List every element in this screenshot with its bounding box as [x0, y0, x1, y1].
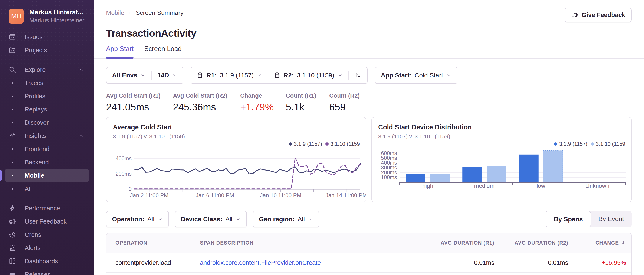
sidebar-item-dashboards[interactable]: Dashboards — [5, 254, 89, 268]
release-r2-value: 3.1.10 (1159) — [297, 72, 334, 79]
x-category-label: low — [536, 183, 545, 189]
filter-value: All — [225, 215, 232, 223]
sidebar: MH Markus Hinterst… Markus Hintersteiner… — [0, 0, 94, 275]
y-tick-label: 200ms — [116, 171, 132, 177]
sidebar-item-label: Performance — [25, 205, 60, 212]
daterange-filter[interactable]: 14D — [152, 72, 183, 79]
column-header-change[interactable]: CHANGE — [573, 240, 631, 246]
line-chart-plot[interactable] — [134, 153, 360, 189]
metric-label: Count (R2) — [329, 92, 360, 99]
sidebar-item-ai[interactable]: AI — [5, 182, 89, 195]
avg-cold-start-card: Average Cold Start 3.1.9 (1157) v. 3.1.1… — [106, 117, 366, 202]
breadcrumb: Mobile Screen Summary — [106, 9, 183, 17]
search-icon — [8, 66, 16, 74]
operation-filter[interactable]: Operation:All — [106, 211, 169, 227]
spans-event-toggle: By Spans By Event — [546, 211, 632, 227]
bar-chart-plot[interactable] — [400, 149, 626, 182]
sidebar-item-backend[interactable]: Backend — [5, 156, 89, 169]
org-user-switcher[interactable]: MH Markus Hinterst… Markus Hintersteiner — [0, 0, 94, 24]
sidebar-item-label: Backend — [25, 159, 49, 166]
y-tick-label: 0 — [129, 186, 132, 192]
give-feedback-button[interactable]: Give Feedback — [564, 8, 632, 22]
chevron-right-icon — [127, 10, 133, 16]
sidebar-item-mobile[interactable]: Mobile — [5, 169, 89, 182]
sidebar-item-issues[interactable]: Issues — [5, 30, 89, 44]
app-start-type-filter-pill: App Start: Cold Start — [375, 67, 458, 84]
span-description-link[interactable]: androidx.core.content.FileProvider.onCre… — [200, 259, 321, 266]
legend-item-3-1-9-1157[interactable]: 3.1.9 (1157) — [554, 141, 587, 147]
swap-arrows-icon — [354, 72, 362, 79]
chart-subtitle: 3.1.9 (1157) v. 3.1.10...(1159) — [378, 133, 625, 140]
user-name: Markus Hinterst… — [30, 9, 84, 16]
filter-label: Device Class: — [181, 215, 222, 223]
bullet-icon — [8, 145, 16, 153]
bullet-icon — [8, 172, 16, 179]
sidebar-item-replays[interactable]: Replays — [5, 103, 89, 116]
metric-label: Avg Cold Start (R2) — [173, 92, 240, 99]
chevron-down-icon — [256, 73, 262, 78]
legend-label: 3.1.9 (1157) — [559, 141, 587, 147]
bullet-icon — [8, 79, 16, 87]
legend-dot-icon — [326, 142, 328, 146]
toggle-by-spans[interactable]: By Spans — [546, 211, 591, 227]
device-class-filter-trigger[interactable]: Device Class:All — [175, 215, 246, 223]
device-class-filter[interactable]: Device Class:All — [175, 211, 247, 227]
change-cell: +16.95% — [573, 259, 631, 266]
breadcrumb-mobile[interactable]: Mobile — [106, 9, 124, 17]
sidebar-item-user-feedback[interactable]: User Feedback — [5, 215, 89, 228]
toggle-by-event[interactable]: By Event — [591, 211, 632, 227]
chart-legend: 3.1.9 (1157)3.1.10 (1159 — [289, 141, 360, 147]
chevron-down-icon — [140, 73, 146, 78]
geo-region-filter[interactable]: Geo region:All — [253, 211, 319, 227]
filter-value: All — [298, 215, 305, 223]
release-r1-selector[interactable]: R1: 3.1.9 (1157) — [191, 72, 268, 79]
by-event-label: By Event — [598, 215, 624, 222]
package-icon — [274, 72, 280, 79]
sidebar-nav: IssuesProjectsExploreTracesProfilesRepla… — [0, 30, 94, 275]
geo-region-filter-trigger[interactable]: Geo region:All — [253, 215, 319, 223]
legend-item-3-1-9-1157[interactable]: 3.1.9 (1157) — [289, 141, 322, 147]
legend-item-3-1-10-1159[interactable]: 3.1.10 (1159 — [591, 141, 625, 147]
sidebar-item-traces[interactable]: Traces — [5, 76, 89, 90]
tab-screen-load[interactable]: Screen Load — [144, 45, 182, 58]
sidebar-item-label: AI — [25, 185, 30, 192]
sidebar-item-explore[interactable]: Explore — [5, 63, 89, 76]
column-header-avg-duration-r1[interactable]: AVG DURATION (R1) — [425, 240, 500, 246]
column-header-label: AVG DURATION (R1) — [440, 240, 494, 246]
environment-filter[interactable]: All Envs — [106, 72, 151, 79]
release-r1-value: 3.1.9 (1157) — [220, 72, 254, 79]
sidebar-item-insights[interactable]: Insights — [5, 129, 89, 142]
chart-subtitle: 3.1.9 (1157) v. 3.1.10...(1159) — [113, 133, 360, 140]
avatar: MH — [8, 9, 24, 24]
insights-icon — [8, 132, 16, 140]
column-header-label: OPERATION — [116, 240, 147, 245]
releases-icon — [8, 270, 16, 275]
performance-icon — [8, 204, 16, 212]
bullet-icon — [8, 185, 16, 192]
chevron-up-icon — [78, 133, 84, 139]
legend-item-3-1-10-1159[interactable]: 3.1.10 (1159 — [326, 141, 360, 147]
daterange-filter-label: 14D — [157, 72, 169, 79]
sidebar-item-releases[interactable]: Releases — [5, 268, 89, 275]
x-axis-labels: Jan 2 11:00 PMJan 6 11:00 PMJan 10 11:00… — [134, 192, 360, 201]
column-header-avg-duration-r2[interactable]: AVG DURATION (R2) — [500, 240, 573, 246]
sidebar-item-alerts[interactable]: Alerts — [5, 241, 89, 254]
sidebar-item-crons[interactable]: Crons — [5, 228, 89, 241]
sidebar-item-label: Discover — [25, 119, 49, 126]
release-r2-selector[interactable]: R2: 3.1.10 (1159) — [268, 72, 348, 79]
sidebar-item-profiles[interactable]: Profiles — [5, 90, 89, 103]
tab-app-start[interactable]: App Start — [106, 45, 134, 58]
sidebar-item-performance[interactable]: Performance — [5, 202, 89, 215]
metric-value: 241.05ms — [106, 101, 173, 113]
sidebar-item-frontend[interactable]: Frontend — [5, 142, 89, 156]
table-controls-row: Operation:AllDevice Class:AllGeo region:… — [106, 211, 632, 227]
sidebar-item-discover[interactable]: Discover — [5, 116, 89, 129]
avg-duration-r2-cell: 0.01ms — [500, 259, 573, 266]
operation-filter-trigger[interactable]: Operation:All — [106, 215, 168, 223]
app-start-type-filter[interactable]: App Start: Cold Start — [375, 72, 457, 79]
column-header-label: SPAN DESCRIPTION — [200, 240, 254, 245]
active-item-indicator — [0, 170, 2, 181]
swap-releases-button[interactable] — [349, 72, 367, 79]
sort-desc-icon — [620, 240, 626, 245]
sidebar-item-projects[interactable]: Projects — [5, 44, 89, 57]
